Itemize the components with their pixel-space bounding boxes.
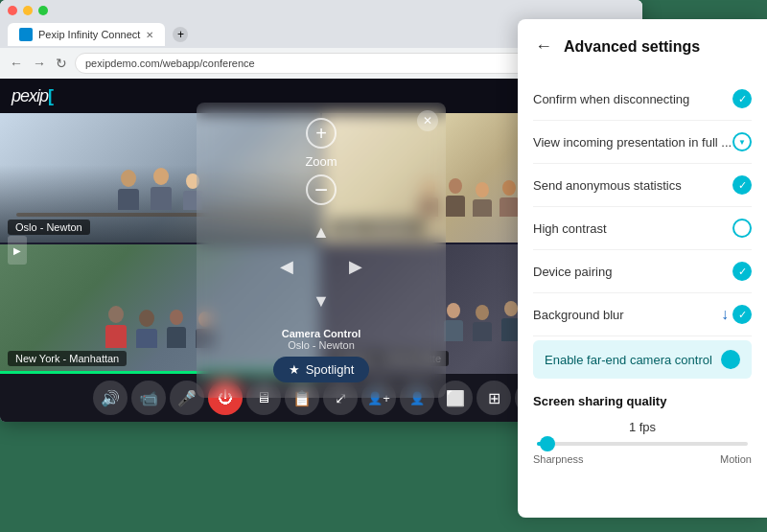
video-label-oslo: Oslo - Newton [8,220,90,235]
screen-quality-label: Screen sharing quality [533,394,752,408]
ptz-right-button[interactable]: ▶ [340,251,371,282]
zoom-label: Zoom [305,154,337,169]
spotlight-star-icon: ★ [289,362,300,377]
url-text: pexipdemo.com/webapp/conference [85,58,255,69]
ptz-empty-tr [340,217,371,247]
toggle-high-contrast[interactable] [732,219,752,238]
slider-max-label: Motion [720,453,752,465]
toggle-background-blur[interactable] [732,305,752,324]
back-button[interactable]: ← [8,54,25,73]
setting-label: Background blur [533,308,721,322]
quality-slider-container [533,442,752,446]
maximize-dot[interactable] [38,6,48,15]
conference-logo: pexip[ [12,86,53,106]
person-figure [105,306,127,348]
toggle-anonymous-stats[interactable] [732,175,752,195]
minimize-dot[interactable] [23,6,33,15]
browser-titlebar [0,0,642,21]
ptz-left-button[interactable]: ◀ [271,251,302,282]
toggle-confirm-disconnect[interactable] [732,89,752,108]
audio-button[interactable]: 🔊 [93,381,128,415]
logo-text: pexip [12,86,48,105]
setting-label: Confirm when disconnecting [533,92,732,106]
spotlight-button[interactable]: ★ Spotlight [273,357,370,382]
setting-background-blur: Background blur ↓ [533,293,752,336]
ptz-empty-br [340,286,371,316]
new-tab-button[interactable]: + [173,27,188,42]
arrow-down-indicator-icon: ↓ [721,306,729,323]
ptz-down-button[interactable]: ▼ [306,286,337,316]
background-blur-controls: ↓ [721,305,752,324]
tab-close-icon[interactable]: ✕ [146,30,153,40]
address-bar[interactable]: pexipdemo.com/webapp/conference [75,53,583,74]
person-figure [118,170,139,210]
zoom-out-button[interactable]: − [306,174,337,205]
panel-back-button[interactable]: ← [533,35,554,58]
toggle-device-pairing[interactable] [732,262,752,281]
slider-min-label: Sharpness [533,453,584,465]
spotlight-label: Spotlight [306,362,355,377]
person-figure [444,303,463,341]
grid-button[interactable]: ⊞ [476,381,511,415]
popup-close-button[interactable]: ✕ [417,110,438,131]
setting-anonymous-stats: Send anonymous statistics [533,164,752,207]
setting-incoming-presentation: View incoming presentation in full ... ▼ [533,121,752,164]
video-button[interactable]: 📹 [131,381,166,415]
refresh-button[interactable]: ↻ [54,54,69,73]
zoom-controls: + Zoom − [305,118,337,205]
tab-label: Pexip Infinity Connect [38,29,140,40]
logo-bracket: [ [48,86,53,105]
setting-high-contrast: High contrast [533,207,752,250]
panel-title: Advanced settings [564,38,700,56]
setting-label: High contrast [533,221,732,236]
setting-label: View incoming presentation in full ... [533,135,732,150]
ptz-empty-tl [271,217,302,247]
screen-quality-section: Screen sharing quality 1 fps Sharpness M… [533,394,752,465]
person-figure [151,168,172,210]
slider-track [537,442,748,446]
setting-label: Device pairing [533,265,732,279]
video-label-newyork: New York - Manhattan [8,351,127,366]
tab-favicon [19,28,33,41]
sidebar-toggle-icon: ▶ [13,245,21,256]
camera-control-popup: ✕ + Zoom − ▲ ◀ ▶ ▼ Camera Control Oslo -… [197,103,446,398]
ptz-controls: ▲ ◀ ▶ ▼ [271,217,371,316]
sidebar-toggle[interactable]: ▶ [8,236,27,265]
ptz-up-button[interactable]: ▲ [306,217,337,247]
person-figure [167,310,186,348]
person-figure [473,182,492,217]
setting-confirm-disconnect: Confirm when disconnecting [533,78,752,121]
person-figure [446,178,465,217]
close-dot[interactable] [8,6,17,15]
setting-label: Enable far-end camera control [545,353,721,367]
advanced-settings-panel: ← Advanced settings Confirm when disconn… [518,19,767,518]
ptz-empty-bl [271,286,302,316]
setting-device-pairing: Device pairing [533,250,752,293]
forward-button[interactable]: → [31,54,48,73]
setting-label: Send anonymous statistics [533,178,732,193]
setting-far-end-camera[interactable]: Enable far-end camera control [533,340,752,379]
person-figure [136,310,157,348]
toggle-far-end-camera[interactable] [721,350,740,369]
browser-tab[interactable]: Pexip Infinity Connect ✕ [8,23,165,46]
dropdown-incoming[interactable]: ▼ [732,132,752,151]
ptz-center [306,251,337,282]
person-figure [473,305,492,341]
slider-thumb[interactable] [540,436,555,451]
zoom-in-button[interactable]: + [306,118,337,149]
slider-labels: Sharpness Motion [533,453,752,465]
settings-list: Confirm when disconnecting View incoming… [533,78,752,382]
panel-header: ← Advanced settings [533,35,752,58]
person-figure [500,180,519,217]
fps-value: 1 fps [533,420,752,434]
camera-control-label: Camera Control Oslo - Newton [282,328,361,351]
dropdown-arrow-icon: ▼ [738,138,746,147]
